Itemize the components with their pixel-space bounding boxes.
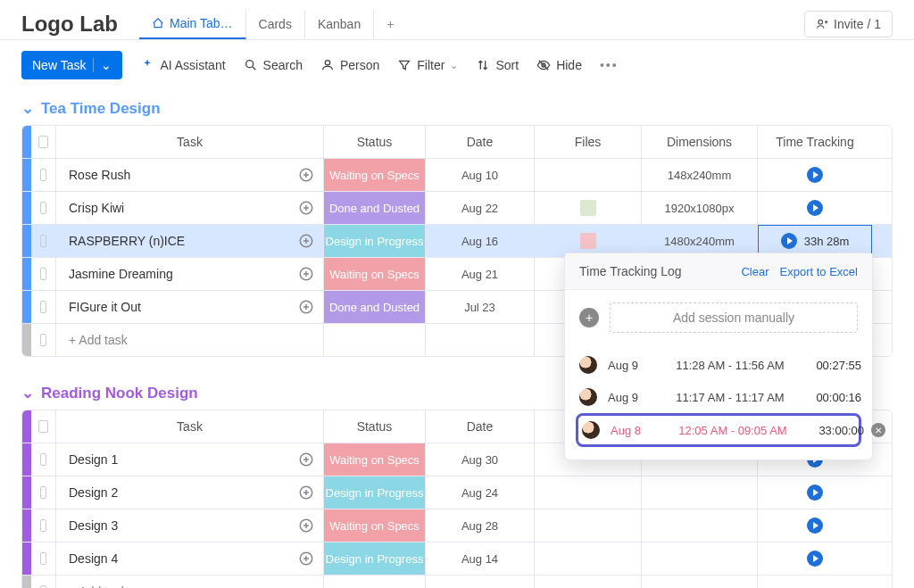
table-row[interactable]: Design 4 Design in Progress Aug 14 <box>22 542 892 576</box>
filter-button[interactable]: Filter ⌄ <box>397 58 458 72</box>
file-thumbnail[interactable] <box>580 200 596 216</box>
search-button[interactable]: Search <box>244 58 303 72</box>
dimensions-cell[interactable]: 1480x240mm <box>664 235 735 248</box>
column-time-tracking[interactable]: Time Tracking <box>758 126 872 158</box>
date-cell[interactable]: Aug 21 <box>461 268 498 281</box>
chat-icon[interactable] <box>298 451 314 468</box>
date-cell[interactable]: Aug 28 <box>461 519 498 533</box>
table-row[interactable]: Rose Rush Waiting on Specs Aug 10 148x24… <box>22 159 892 192</box>
time-tracking-cell[interactable] <box>758 159 872 191</box>
table-row[interactable]: Crisp Kiwi Done and Dusted Aug 22 1920x1… <box>22 192 892 225</box>
status-cell[interactable]: Done and Dusted <box>324 291 425 323</box>
person-filter-button[interactable]: Person <box>320 58 379 72</box>
status-cell[interactable]: Design in Progress <box>324 476 425 509</box>
time-tracking-cell[interactable] <box>758 509 872 542</box>
date-cell[interactable]: Aug 24 <box>461 486 498 500</box>
column-date[interactable]: Date <box>426 410 535 443</box>
add-tab-button[interactable]: + <box>374 10 406 38</box>
play-icon[interactable] <box>807 200 823 216</box>
row-checkbox[interactable] <box>40 486 46 499</box>
files-cell[interactable] <box>535 476 642 509</box>
task-name[interactable]: Design 1 <box>69 452 118 467</box>
add-session-button[interactable]: Add session manually <box>610 302 858 333</box>
play-icon[interactable] <box>807 484 823 501</box>
play-icon[interactable] <box>781 233 797 249</box>
row-checkbox[interactable] <box>40 519 46 532</box>
play-icon[interactable] <box>807 518 823 534</box>
chat-icon[interactable] <box>298 266 314 282</box>
date-cell[interactable]: Aug 16 <box>461 235 498 248</box>
chat-icon[interactable] <box>298 233 314 249</box>
select-all-checkbox[interactable] <box>38 136 48 148</box>
chat-icon[interactable] <box>298 518 314 534</box>
task-name[interactable]: Rose Rush <box>69 168 130 182</box>
dimensions-cell[interactable]: 1920x1080px <box>664 202 734 215</box>
files-cell[interactable] <box>535 542 642 575</box>
column-dimensions[interactable]: Dimensions <box>642 126 758 158</box>
files-cell[interactable] <box>535 159 642 191</box>
invite-button[interactable]: Invite / 1 <box>804 11 893 37</box>
row-checkbox[interactable] <box>40 453 46 466</box>
column-task[interactable]: Task <box>56 410 324 443</box>
column-files[interactable]: Files <box>535 126 642 158</box>
row-checkbox[interactable] <box>40 268 46 280</box>
files-cell[interactable] <box>535 192 642 224</box>
date-cell[interactable]: Aug 10 <box>461 169 498 182</box>
column-status[interactable]: Status <box>324 410 426 443</box>
session-row[interactable]: Aug 9 11:17 AM - 11:17 AM 00:00:16 <box>576 381 861 413</box>
play-icon[interactable] <box>807 551 823 567</box>
column-status[interactable]: Status <box>324 126 426 158</box>
dimensions-cell[interactable]: 148x240mm <box>668 169 732 182</box>
chat-icon[interactable] <box>298 200 314 216</box>
time-tracking-cell[interactable] <box>758 476 872 509</box>
date-cell[interactable]: Aug 22 <box>461 202 498 215</box>
status-cell[interactable]: Done and Dusted <box>324 192 425 224</box>
clear-button[interactable]: Clear <box>741 265 769 278</box>
add-task-label[interactable]: + Add task <box>69 333 128 347</box>
sort-button[interactable]: Sort <box>476 58 519 72</box>
date-cell[interactable]: Jul 23 <box>464 301 495 314</box>
row-checkbox[interactable] <box>40 169 46 181</box>
play-icon[interactable] <box>807 167 823 183</box>
date-cell[interactable]: Aug 14 <box>461 552 498 566</box>
status-cell[interactable]: Design in Progress <box>324 225 425 257</box>
chat-icon[interactable] <box>298 299 314 315</box>
group-header[interactable]: ⌄ Tea Time Design <box>21 99 893 118</box>
column-date[interactable]: Date <box>426 126 535 158</box>
status-cell[interactable]: Waiting on Specs <box>324 443 425 476</box>
row-checkbox[interactable] <box>40 202 46 214</box>
status-cell[interactable]: Design in Progress <box>324 542 425 575</box>
new-task-button[interactable]: New Task ⌄ <box>21 51 122 79</box>
table-row[interactable]: Design 2 Design in Progress Aug 24 <box>22 476 892 509</box>
task-name[interactable]: FIGure it Out <box>69 300 141 314</box>
add-task-label[interactable]: + Add task <box>69 584 128 588</box>
file-thumbnail[interactable] <box>580 233 596 249</box>
chat-icon[interactable] <box>298 484 314 501</box>
tab-cards[interactable]: Cards <box>246 10 305 38</box>
chevron-down-icon[interactable]: ⌄ <box>93 58 112 72</box>
chat-icon[interactable] <box>298 551 314 567</box>
delete-session-icon[interactable]: ✕ <box>871 423 885 437</box>
row-checkbox[interactable] <box>40 301 46 313</box>
hide-button[interactable]: Hide <box>536 58 582 72</box>
plus-icon[interactable]: + <box>579 308 599 327</box>
time-tracking-cell[interactable] <box>758 542 872 575</box>
time-tracking-cell[interactable] <box>758 192 872 224</box>
table-row[interactable]: Design 3 Waiting on Specs Aug 28 <box>22 509 892 542</box>
status-cell[interactable]: Waiting on Specs <box>324 159 425 191</box>
row-checkbox[interactable] <box>40 235 46 247</box>
add-task-row[interactable]: + Add task <box>22 576 892 588</box>
tab-main[interactable]: Main Tab… <box>139 9 246 39</box>
more-menu-button[interactable]: ••• <box>600 58 619 72</box>
select-all-checkbox[interactable] <box>38 420 48 433</box>
task-name[interactable]: Design 2 <box>69 485 118 500</box>
task-name[interactable]: Design 3 <box>69 518 118 533</box>
task-name[interactable]: Design 4 <box>69 551 118 566</box>
files-cell[interactable] <box>535 509 642 542</box>
chat-icon[interactable] <box>298 167 314 183</box>
row-checkbox[interactable] <box>40 334 46 346</box>
export-button[interactable]: Export to Excel <box>780 265 858 278</box>
ai-assistant-button[interactable]: AI Assistant <box>140 58 225 72</box>
task-name[interactable]: Jasmine Dreaming <box>69 267 173 281</box>
status-cell[interactable]: Waiting on Specs <box>324 258 425 290</box>
